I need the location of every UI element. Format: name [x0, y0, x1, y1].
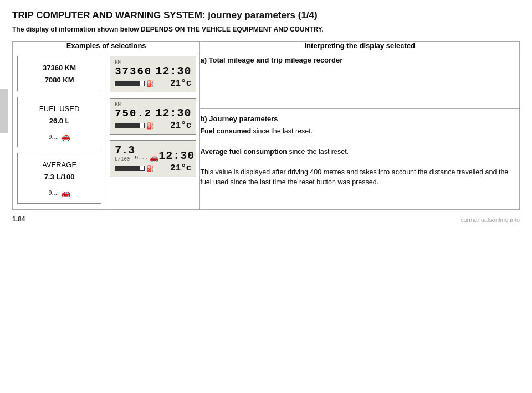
watermark: carmanualsonline.info	[461, 216, 520, 223]
lcd3-avg-unit: L/100	[115, 157, 135, 162]
page-title: TRIP COMPUTER AND WARNING SYSTEM: journe…	[12, 10, 520, 21]
fuel-used-value: 26.0 L	[21, 115, 98, 127]
avg-consumption-label: Average fuel consumption	[200, 148, 287, 156]
section-divider	[200, 108, 519, 109]
side-tab	[0, 89, 8, 133]
footer: 1.84 carmanualsonline.info	[12, 215, 520, 223]
lcd1-unit-label: KM	[115, 60, 152, 65]
section-b-title: b) Journey parameters	[200, 115, 519, 123]
lcd2-temp: 21°c	[170, 121, 191, 131]
lcd2-unit-label: KM	[115, 102, 152, 107]
fuel-used-icons: 9.... 🚗	[21, 131, 98, 142]
fuel-used-label: FUEL USED	[21, 103, 98, 115]
car-icon-avg: 🚗	[61, 187, 70, 199]
average-label: AVERAGE	[21, 159, 98, 171]
lcd1-fuel-pump-icon: ⛽	[146, 80, 154, 87]
total-mileage: 37360 KM	[21, 62, 98, 74]
trip-mileage: 7080 KM	[21, 74, 98, 86]
lcd1-time: 12:30	[155, 65, 191, 77]
fuel-used-label-box: FUEL USED 26.0 L 9.... 🚗	[17, 97, 101, 147]
lcd-panel-3: 7.3 L/100 9... 🚗 12:30	[110, 140, 196, 177]
page-subtitle: The display of information shown below D…	[12, 25, 520, 33]
lcd1-odometer: 37360	[115, 65, 152, 77]
pin-icon-avg: 9....	[48, 188, 58, 198]
page-number: 1.84	[12, 215, 25, 223]
fuel-consumed-label: Fuel consumed	[200, 127, 251, 135]
car-icon-small: 🚗	[61, 131, 70, 142]
lcd3-mid-icons: 9... 🚗	[135, 153, 158, 162]
lcd3-fuel-bar: ⛽	[115, 165, 154, 172]
avg-consumption-suffix: since the last reset.	[287, 148, 349, 156]
section-b: b) Journey parameters Fuel consumed sinc…	[200, 115, 519, 188]
lcd2-fuel-bar: ⛽	[115, 122, 154, 130]
lcd3-avg-value: 7.3	[115, 144, 135, 157]
header-examples: Examples of selections	[13, 42, 200, 50]
section-a-title: a) Total mileage and trip mileage record…	[200, 56, 519, 64]
avg-consumption-text: Average fuel consumption since the last …	[200, 147, 519, 157]
interpretation-cell: a) Total mileage and trip mileage record…	[200, 50, 520, 210]
lcd1-fuel-bar: ⛽	[115, 80, 154, 87]
lcd3-fuel-pump-icon: ⛽	[146, 165, 154, 172]
lcd2-odometer: 750.2	[115, 107, 152, 120]
lcd2-fuel-pump-icon: ⛽	[146, 122, 154, 130]
fuel-consumed-text: Fuel consumed since the last reset.	[200, 126, 519, 137]
average-label-box: AVERAGE 7.3 L/100 9.... 🚗	[17, 153, 101, 203]
avg-detail-text: This value is displayed after driving 40…	[200, 167, 519, 188]
mileage-label-box: 37360 KM 7080 KM	[17, 56, 101, 91]
lcd1-temp: 21°c	[170, 79, 191, 89]
average-icons: 9.... 🚗	[21, 187, 98, 199]
section-a: a) Total mileage and trip mileage record…	[200, 50, 519, 101]
main-table: Examples of selections Interpreting the …	[12, 41, 520, 210]
fuel-consumed-suffix: since the last reset.	[251, 127, 313, 135]
lcd-panel-1: KM 37360 12:30 ⛽	[110, 56, 196, 92]
lcd2-time: 12:30	[155, 107, 191, 120]
lcd3-temp: 21°c	[170, 163, 191, 173]
lcd3-time: 12:30	[158, 149, 195, 162]
average-value: 7.3 L/100	[21, 171, 98, 183]
pin-icon: 9....	[48, 132, 58, 142]
header-interpreting: Interpreting the display selected	[200, 42, 520, 50]
lcd-panel-2: KM 750.2 12:30 ⛽	[110, 98, 196, 135]
